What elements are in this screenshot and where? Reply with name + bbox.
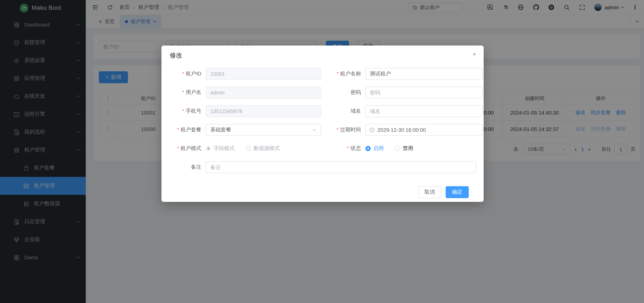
username-label: 用户名 <box>167 89 206 96</box>
domain-field[interactable] <box>366 105 482 117</box>
radio-dot-icon <box>206 146 211 151</box>
clock-icon <box>369 127 375 133</box>
app-root: Maku Boot Dashboard 权限管理 系统设置 应用管理 <box>0 0 644 303</box>
confirm-button[interactable]: 确定 <box>446 186 469 198</box>
radio-dot-icon <box>395 146 400 151</box>
status-enabled-radio[interactable]: 启用 <box>366 145 384 152</box>
chevron-down-icon <box>312 128 316 132</box>
mobile-label: 手机号 <box>167 108 206 115</box>
remark-field[interactable] <box>206 161 476 173</box>
domain-label: 域名 <box>328 108 366 115</box>
package-label: 租户套餐 <box>167 127 206 133</box>
tenant-name-field[interactable] <box>366 68 482 80</box>
radio-dot-icon <box>366 146 371 151</box>
mode-field-radio[interactable]: 字段模式 <box>206 145 234 152</box>
expire-datetime-picker[interactable]: 2029-12-30 16:00:00 <box>366 124 482 136</box>
edit-tenant-dialog: 修改 × 租户ID 租户名称 用户名 密码 手机号 <box>162 46 484 202</box>
cancel-button[interactable]: 取消 <box>418 186 441 198</box>
mobile-field[interactable] <box>206 105 321 117</box>
expire-label: 过期时间 <box>328 127 366 133</box>
remark-label: 备注 <box>167 164 206 171</box>
tenant-name-label: 租户名称 <box>328 71 366 77</box>
package-select[interactable]: 基础套餐 <box>206 124 321 136</box>
tenant-id-label: 租户ID <box>167 71 206 77</box>
mode-datasource-radio[interactable]: 数据源模式 <box>246 145 280 152</box>
dialog-title: 修改 <box>170 51 182 60</box>
password-field[interactable] <box>366 87 482 99</box>
password-label: 密码 <box>328 89 366 96</box>
radio-dot-icon <box>246 146 251 151</box>
status-disabled-radio[interactable]: 禁用 <box>395 145 413 152</box>
close-icon[interactable]: × <box>472 51 476 58</box>
mode-label: 租户模式 <box>167 145 206 152</box>
status-label: 状态 <box>328 145 366 152</box>
tenant-id-field[interactable] <box>206 68 321 80</box>
username-field[interactable] <box>206 87 321 99</box>
